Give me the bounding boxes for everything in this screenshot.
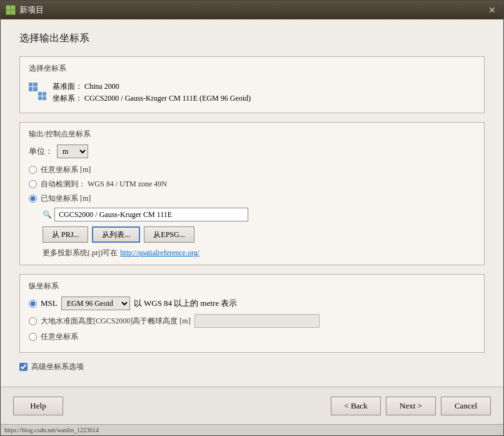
app-icon bbox=[6, 5, 16, 15]
advanced-checkbox[interactable] bbox=[19, 363, 28, 371]
footer-right: < Back Next > Cancel bbox=[331, 397, 491, 415]
radio-row-2: 自动检测到： WGS 84 / UTM zone 49N bbox=[29, 179, 475, 190]
from-prj-button[interactable]: 从 PRJ... bbox=[43, 226, 88, 243]
radio-arbitrary-v-label: 任意坐标系 bbox=[41, 332, 78, 342]
geodetic-height-input[interactable] bbox=[194, 314, 320, 328]
from-list-button[interactable]: 从列表... bbox=[92, 226, 140, 243]
radio-known-coord[interactable] bbox=[29, 195, 37, 203]
vertical-section-label: 纵坐标系 bbox=[29, 281, 475, 292]
footer-left: Help bbox=[13, 397, 63, 415]
radio-geodetic-height[interactable] bbox=[29, 317, 37, 325]
unit-select[interactable]: m ft deg bbox=[57, 144, 88, 158]
radio-msl[interactable] bbox=[29, 300, 37, 308]
radio-row-arbitrary-v: 任意坐标系 bbox=[29, 332, 475, 342]
buttons-row: 从 PRJ... 从列表... 从EPSG... bbox=[43, 226, 475, 243]
msl-geoid-select[interactable]: EGM 96 Geoid bbox=[61, 297, 130, 310]
footer: Help < Back Next > Cancel bbox=[1, 387, 503, 424]
link-row: 更多投影系统(.prj)可在 http://spatialreference.o… bbox=[43, 248, 475, 258]
search-row: 🔍 bbox=[43, 208, 475, 221]
radio-row-3: 已知坐标系 [m] bbox=[29, 193, 475, 204]
dialog-content: 选择输出坐标系 选择坐标系 基准面： China 2000 坐标系： bbox=[1, 19, 503, 387]
radio-auto-detect-label: 自动检测到： WGS 84 / UTM zone 49N bbox=[41, 179, 167, 190]
datum-label: 基准面： bbox=[53, 82, 83, 91]
help-button[interactable]: Help bbox=[13, 397, 63, 415]
status-bar: https://blog.csdn.net/wanlin_1223614 bbox=[1, 424, 503, 435]
vertical-section: 纵坐标系 MSL EGM 96 Geoid 以 WGS 84 以上的 metre… bbox=[19, 274, 485, 353]
coord-label: 坐标系： bbox=[53, 94, 83, 103]
window-title: 新项目 bbox=[19, 4, 482, 16]
output-section: 输出/控制点坐标系 单位： m ft deg 任意坐标系 [m] 自动检测到： … bbox=[19, 122, 485, 265]
svg-rect-3 bbox=[11, 11, 15, 14]
svg-rect-0 bbox=[6, 6, 10, 9]
datum-row: 基准面： China 2000 bbox=[53, 81, 251, 92]
advanced-checkbox-row: 高级坐标系选项 bbox=[19, 362, 485, 372]
radio-any-coord-label: 任意坐标系 [m] bbox=[41, 165, 91, 175]
from-epsg-button[interactable]: 从EPSG... bbox=[144, 226, 194, 243]
msl-label: MSL bbox=[41, 298, 58, 308]
back-button[interactable]: < Back bbox=[331, 397, 381, 415]
radio-auto-detect[interactable] bbox=[29, 180, 37, 188]
radio-known-coord-label: 已知坐标系 [m] bbox=[41, 193, 91, 204]
select-coord-label: 选择坐标系 bbox=[29, 63, 475, 74]
link-prefix: 更多投影系统(.prj)可在 bbox=[43, 248, 118, 258]
coord-row: 坐标系： CGCS2000 / Gauss-Kruger CM 111E (EG… bbox=[53, 93, 251, 104]
radio-any-coord[interactable] bbox=[29, 166, 37, 174]
msl-row: MSL EGM 96 Geoid 以 WGS 84 以上的 metre 表示 bbox=[29, 297, 475, 310]
select-coord-section: 选择坐标系 基准面： China 2000 坐标系： CGCS2000 / Ga… bbox=[19, 56, 485, 113]
status-text: https://blog.csdn.net/wanlin_1223614 bbox=[4, 427, 99, 433]
datum-value: China 2000 bbox=[84, 82, 119, 91]
search-icon: 🔍 bbox=[43, 210, 52, 220]
next-button[interactable]: Next > bbox=[386, 397, 436, 415]
page-title: 选择输出坐标系 bbox=[19, 32, 485, 45]
coord-sys-info: 基准面： China 2000 坐标系： CGCS2000 / Gauss-Kr… bbox=[53, 81, 251, 104]
coord-sys-row: 基准面： China 2000 坐标系： CGCS2000 / Gauss-Kr… bbox=[29, 79, 475, 106]
svg-rect-1 bbox=[11, 6, 15, 9]
radio-arbitrary-v[interactable] bbox=[29, 333, 37, 341]
close-button[interactable]: ✕ bbox=[486, 4, 498, 16]
title-bar: 新项目 ✕ bbox=[1, 1, 503, 19]
cancel-button[interactable]: Cancel bbox=[441, 397, 491, 415]
unit-row: 单位： m ft deg bbox=[29, 144, 475, 158]
main-window: 新项目 ✕ 选择输出坐标系 选择坐标系 基准面： China 2000 bbox=[0, 0, 504, 436]
coord-value: CGCS2000 / Gauss-Kruger CM 111E (EGM 96 … bbox=[84, 94, 251, 103]
svg-rect-2 bbox=[6, 11, 10, 14]
advanced-checkbox-label: 高级坐标系选项 bbox=[31, 362, 84, 372]
search-input[interactable] bbox=[54, 208, 248, 221]
radio-row-geodetic: 大地水准面高度[CGCS2000]高于椭球高度 [m] bbox=[29, 314, 475, 328]
radio-geodetic-height-label: 大地水准面高度[CGCS2000]高于椭球高度 [m] bbox=[41, 316, 191, 327]
output-section-label: 输出/控制点坐标系 bbox=[29, 129, 475, 139]
grid-icon bbox=[29, 83, 46, 100]
msl-suffix: 以 WGS 84 以上的 metre 表示 bbox=[134, 298, 238, 309]
spatialreference-link[interactable]: http://spatialreference.org/ bbox=[120, 248, 199, 258]
unit-label: 单位： bbox=[29, 146, 53, 157]
radio-row-1: 任意坐标系 [m] bbox=[29, 165, 475, 175]
